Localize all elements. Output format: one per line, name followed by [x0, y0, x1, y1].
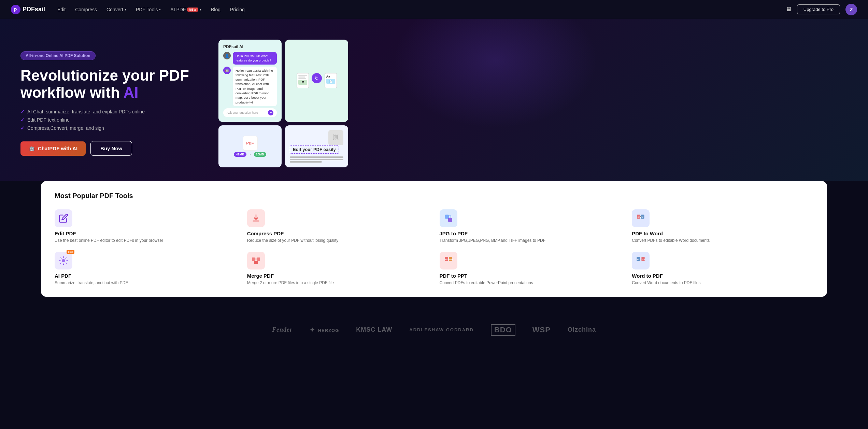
tool-name-word-pdf: Word to PDF	[632, 273, 813, 279]
tools-grid: Edit PDF Use the best online PDF editor …	[55, 209, 813, 286]
tool-word-to-pdf[interactable]: WPDF Word to PDF Convert Word documents …	[632, 252, 813, 286]
tool-icon-pdf-ppt: PDFPPT	[440, 252, 457, 269]
nav-right: 🖥 Upgrade to Pro Z	[785, 4, 857, 15]
pdf-tools-chevron-icon: ▾	[159, 8, 161, 11]
tool-merge-pdf[interactable]: Merge PDF Merge 2 or more PDF files into…	[247, 252, 429, 286]
nav-ai-pdf[interactable]: AI PDF NEW ▾	[170, 7, 201, 12]
svg-rect-4	[448, 218, 452, 222]
chat-pdf-button[interactable]: 🤖 ChatPDF with AI	[20, 141, 86, 156]
doc-preview-card: 🖼 ↻ Aa 📄	[285, 40, 348, 122]
svg-rect-3	[445, 214, 449, 219]
new-badge: NEW	[187, 8, 198, 12]
tool-desc-jpg-pdf: Transform JPG,JPEG,PNG, BMP,and TIFF ima…	[440, 238, 621, 244]
edit-lines	[290, 156, 343, 163]
nav-convert[interactable]: Convert ▾	[106, 7, 126, 12]
tool-icon-ai-pdf: Hot	[55, 252, 72, 269]
feature-2: Edit PDF text online	[20, 117, 198, 123]
tool-name-jpg-pdf: JPG to PDF	[440, 231, 621, 236]
tool-pdf-to-ppt[interactable]: PDFPPT PDF to PPT Convert PDFs to editab…	[440, 252, 621, 286]
brand-fender: Fender	[272, 326, 293, 333]
user-bubble: Hello PDFsail AI! What features do you p…	[233, 52, 277, 65]
svg-point-9	[62, 259, 65, 262]
nav-blog[interactable]: Blog	[211, 7, 220, 12]
tool-name-pdf-ppt: PDF to PPT	[440, 273, 621, 279]
brands-section: Fender ✦ HERZOG KMSC LAW ADDLESHAW GODDA…	[0, 317, 868, 346]
nav-pdf-tools[interactable]: PDF Tools ▾	[136, 7, 161, 12]
tools-card: Most Popular PDF Tools Edit PDF Use the …	[41, 181, 827, 297]
tool-desc-pdf-ppt: Convert PDFs to editable PowerPoint pres…	[440, 280, 621, 286]
tool-icon-merge-pdf	[247, 252, 265, 269]
hero-badge: All-in-one Online AI PDF Solution	[20, 51, 96, 60]
chat-input-bar[interactable]: Ask your question here ➤	[223, 108, 277, 117]
tool-name-edit-pdf: Edit PDF	[55, 231, 236, 236]
hot-badge: Hot	[67, 250, 74, 254]
monitor-icon[interactable]: 🖥	[785, 6, 792, 13]
pdf-icon: PDF	[243, 136, 258, 151]
hero-content: All-in-one Online AI PDF Solution Revolu…	[20, 51, 198, 156]
svg-rect-11	[257, 257, 260, 261]
nav-compress[interactable]: Compress	[75, 7, 97, 12]
tool-compress-pdf[interactable]: Compress PDF Reduce the size of your PDF…	[247, 209, 429, 244]
svg-text:PPT: PPT	[449, 259, 453, 261]
user-avatar[interactable]: Z	[845, 4, 857, 15]
tool-name-compress: Compress PDF	[247, 231, 429, 236]
hero-features: AI Chat, summarize, translate, and expla…	[20, 109, 198, 131]
send-icon[interactable]: ➤	[268, 110, 273, 115]
nav-edit[interactable]: Edit	[57, 7, 66, 12]
brand-kmsc: KMSC LAW	[356, 326, 392, 333]
tool-name-pdf-word: PDF to Word	[632, 231, 813, 236]
nav-pricing[interactable]: Pricing	[230, 7, 245, 12]
tool-icon-edit-pdf	[55, 209, 72, 227]
edit-pdf-card: 🖼 Edit your PDF easily	[285, 125, 348, 167]
tool-edit-pdf[interactable]: Edit PDF Use the best online PDF editor …	[55, 209, 236, 244]
tool-ai-pdf[interactable]: Hot AI PDF Summarize, translate, andchat…	[55, 252, 236, 286]
compress-size-labels: 42MB → 10MB	[234, 152, 266, 157]
feature-1: AI Chat, summarize, translate, and expla…	[20, 109, 198, 114]
ai-pdf-chevron-icon: ▾	[200, 8, 201, 11]
size-before: 42MB	[234, 152, 246, 157]
convert-chevron-icon: ▾	[125, 8, 126, 11]
ai-bubble: Hello! I can assist with the following f…	[233, 67, 277, 106]
nav-links: Edit Compress Convert ▾ PDF Tools ▾ AI P…	[57, 7, 785, 12]
logo-text: PDFsail	[23, 6, 45, 13]
mini-doc-1: 🖼	[297, 73, 309, 88]
tool-jpg-to-pdf[interactable]: JPG to PDF Transform JPG,JPEG,PNG, BMP,a…	[440, 209, 621, 244]
compress-card: PDF 42MB → 10MB	[218, 125, 282, 167]
feature-3: Compress,Convert, merge, and sign	[20, 125, 198, 131]
doc-icons: 🖼 ↻ Aa 📄	[297, 73, 337, 88]
tool-name-ai-pdf: AI PDF	[55, 273, 236, 279]
convert-circle-icon: ↻	[312, 73, 322, 83]
logo[interactable]: P PDFsail	[11, 5, 45, 14]
ai-chat-avatar: 🤖	[223, 67, 231, 74]
edit-card-title: Edit your PDF easily	[290, 145, 339, 154]
tool-name-merge: Merge PDF	[247, 273, 429, 279]
brand-addleshaw: ADDLESHAW GODDARD	[409, 327, 474, 332]
hero-title: Revolutionize your PDF workflow with AI	[20, 67, 198, 101]
user-chat-avatar: 👤	[223, 52, 231, 59]
brand-wsp: WSP	[532, 326, 551, 334]
hero-section: All-in-one Online AI PDF Solution Revolu…	[0, 19, 868, 181]
buy-now-button[interactable]: Buy Now	[90, 141, 132, 156]
edit-line-1	[290, 156, 343, 158]
tool-desc-pdf-word: Convert PDFs to editable Word documents	[632, 238, 813, 244]
size-after: 10MB	[254, 152, 266, 157]
upgrade-button[interactable]: Upgrade to Pro	[797, 4, 840, 14]
hero-cards: PDFsail AI 👤 Hello PDFsail AI! What feat…	[218, 40, 348, 167]
chat-icon: 🤖	[29, 146, 35, 152]
tool-icon-jpg-to-pdf	[440, 209, 457, 227]
svg-text:W: W	[642, 216, 644, 218]
svg-text:P: P	[14, 7, 17, 13]
tool-desc-merge: Merge 2 or more PDF files into a single …	[247, 280, 429, 286]
tools-title: Most Popular PDF Tools	[55, 192, 813, 200]
ai-chat-msg: 🤖 Hello! I can assist with the following…	[223, 67, 277, 106]
tool-icon-word-pdf: WPDF	[632, 252, 650, 269]
tool-desc-compress: Reduce the size of your PDF without losi…	[247, 238, 429, 244]
edit-image-placeholder: 🖼	[328, 130, 343, 145]
tool-desc-ai-pdf: Summarize, translate, andchat with PDF	[55, 280, 236, 286]
brand-oizchina: Oizchina	[568, 326, 596, 333]
tool-pdf-to-word[interactable]: PDFW PDF to Word Convert PDFs to editabl…	[632, 209, 813, 244]
edit-line-2	[290, 159, 343, 160]
edit-line-3	[290, 161, 322, 163]
brand-herzog: ✦ HERZOG	[310, 326, 339, 334]
tools-section: Most Popular PDF Tools Edit PDF Use the …	[0, 181, 868, 317]
